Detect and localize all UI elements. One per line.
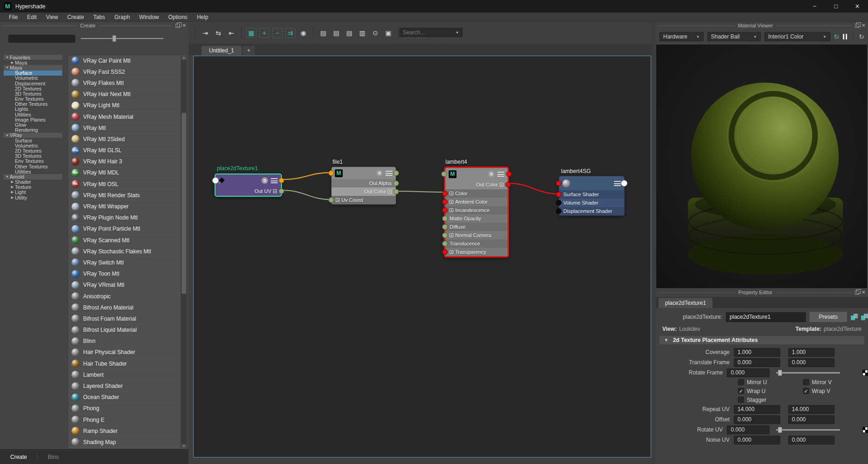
material-item-lambert[interactable]: Lambert (68, 369, 181, 380)
distribute-vertical-icon[interactable]: ▥ (357, 28, 367, 38)
node-row-transparency[interactable]: Transparency (445, 248, 508, 256)
green-port[interactable] (393, 180, 399, 186)
tree-item-maya[interactable]: ▶Maya (4, 60, 62, 65)
attr-field-1[interactable]: 14.000 (734, 405, 780, 414)
input-output-connections-icon[interactable]: ⇆ (213, 28, 223, 38)
open-attribute-editor-icon[interactable] (851, 314, 858, 321)
checkbox-box[interactable]: ✓ (803, 388, 809, 394)
node-row-matte-opacity[interactable]: Matte Opacity (445, 214, 508, 223)
tree-item-2d-textures[interactable]: 2D Textures (4, 148, 62, 153)
black-port[interactable] (556, 208, 561, 214)
add-graph-tab-button[interactable]: + (242, 46, 255, 55)
copy-tab-icon[interactable] (861, 314, 868, 321)
tree-item-shader[interactable]: ▶Shader (4, 180, 62, 185)
node-header[interactable] (559, 176, 624, 190)
search-filter-dropdown[interactable]: ▼ (452, 28, 463, 37)
material-item-bifrost-foam-material[interactable]: Bifrost Foam Material (68, 313, 181, 324)
material-item-vray-mtl-render-stats[interactable]: VRay Mtl Render Stats (68, 190, 181, 201)
green-port[interactable] (442, 216, 448, 221)
attr-field-2[interactable]: 0.000 (788, 358, 835, 367)
green-port[interactable] (328, 197, 334, 203)
node-row-translucence[interactable]: Translucence (445, 239, 508, 248)
collapse-arrow-icon[interactable]: ▼ (664, 338, 668, 342)
panel-gripper[interactable] (98, 25, 173, 27)
attr-field-1[interactable]: 0.000 (734, 358, 780, 367)
node-row-uv-coord[interactable]: Uv Coord (332, 196, 396, 204)
wire-outcolor-to-color[interactable] (396, 191, 444, 192)
checkbox-wrap-u[interactable]: ✓Wrap U (738, 388, 803, 394)
expand-plug-icon[interactable] (450, 250, 453, 254)
green-port[interactable] (442, 224, 448, 230)
material-item-phong[interactable]: Phong (68, 403, 181, 414)
render-update-icon[interactable]: ↻ (834, 33, 840, 40)
node-graph-canvas[interactable]: place2dTexture1 S Out UV file1 M S Out A… (193, 56, 651, 458)
node-lambert4sg[interactable]: Surface ShaderVolume ShaderDisplacement … (559, 176, 625, 216)
close-panel-icon[interactable]: × (183, 24, 186, 28)
material-item-layered-shader[interactable]: Layered Shader (68, 380, 181, 392)
node-label-lambert4sg[interactable]: lambert4SG (561, 168, 591, 174)
material-item-vray-mtl-glsl[interactable]: GLSLVRay Mtl GLSL (68, 145, 181, 156)
presets-button[interactable]: Presets (809, 312, 847, 322)
refresh-swatch-icon[interactable]: ↻ (859, 33, 864, 40)
float-panel-icon[interactable] (855, 290, 859, 295)
menu-options[interactable]: Options (164, 14, 191, 20)
wire-place2d-to-file1-orange[interactable] (282, 173, 331, 180)
checkbox-box[interactable] (738, 379, 744, 385)
node-header[interactable]: M S (445, 168, 508, 180)
attr-field-1[interactable]: 0.000 (727, 368, 770, 377)
attr-field-1[interactable]: 1.000 (734, 348, 780, 357)
menu-graph[interactable]: Graph (110, 14, 134, 20)
tree-item-maya[interactable]: ▼Maya (4, 65, 62, 70)
menu-edit[interactable]: Edit (23, 14, 41, 20)
tree-item-texture[interactable]: ▶Texture (4, 185, 62, 190)
tree-item-lights[interactable]: Lights (4, 107, 62, 112)
collapse-arrow-icon[interactable]: ▼ (5, 134, 10, 137)
tree-item-volumetric[interactable]: Volumetric (4, 143, 62, 148)
checkbox-box[interactable]: ✓ (738, 388, 744, 394)
red-port[interactable] (442, 207, 448, 213)
tree-item-env-textures[interactable]: Env Textures (4, 97, 62, 102)
green-port[interactable] (442, 232, 448, 238)
attr-slider[interactable] (776, 426, 840, 433)
graph-tab-untitled-1[interactable]: Untitled_1 (202, 46, 241, 55)
node-header[interactable]: M S (332, 167, 396, 179)
orange-port[interactable] (328, 170, 334, 176)
float-panel-icon[interactable] (855, 24, 859, 28)
menu-file[interactable]: File (5, 14, 22, 20)
green-port[interactable] (393, 189, 399, 194)
panel-gripper[interactable] (3, 25, 77, 27)
node-name-field[interactable]: place2dTexture1 (726, 312, 806, 322)
expand-arrow-icon[interactable]: ▶ (10, 61, 15, 64)
remove-selected-from-graph-icon[interactable]: − (272, 28, 282, 38)
tree-item-glow[interactable]: Glow (4, 122, 62, 127)
node-row-diffuse[interactable]: Diffuse (445, 223, 508, 231)
material-item-vray-mtl[interactable]: VRay Mtl (68, 122, 181, 134)
close-panel-icon[interactable]: × (862, 24, 865, 28)
material-item-shading-map[interactable]: Shading Map (68, 437, 181, 448)
menu-view[interactable]: View (42, 14, 62, 20)
red-port[interactable] (556, 192, 561, 197)
tree-item-2d-textures[interactable]: 2D Textures (4, 86, 62, 91)
output-connections-icon[interactable]: ⇤ (226, 28, 236, 38)
expand-plug-icon[interactable] (388, 190, 392, 193)
tab-place2dtexture1[interactable]: place2dTexture1 (659, 298, 712, 308)
material-item-vray-mesh-material[interactable]: VRay Mesh Material (68, 111, 181, 122)
material-item-vray-mtl-hair-3[interactable]: VRay Mtl Hair 3 (68, 156, 181, 168)
material-item-vray-mtl-osl[interactable]: OSLVRay Mtl OSL (68, 179, 181, 190)
node-label-file1[interactable]: file1 (333, 159, 343, 165)
material-item-phong-e[interactable]: Phong E (68, 414, 181, 425)
node-row-out-alpha[interactable]: Out Alpha (332, 179, 396, 187)
attr-slider[interactable] (776, 369, 840, 376)
node-place2dtexture1[interactable]: S Out UV (215, 174, 282, 197)
red-port[interactable] (442, 199, 448, 205)
material-viewer-viewport[interactable] (656, 45, 867, 288)
slider-handle[interactable] (778, 427, 782, 433)
maximize-button[interactable]: □ (825, 0, 847, 13)
expand-arrow-icon[interactable]: ▶ (10, 180, 15, 184)
pause-render-icon[interactable] (843, 34, 847, 39)
material-item-vray-hair-next-mtl[interactable]: VRay Hair Next Mtl (68, 89, 181, 100)
material-item-ocean-shader[interactable]: Ocean Shader (68, 392, 181, 403)
panel-gripper[interactable] (775, 291, 852, 294)
menu-create[interactable]: Create (63, 14, 88, 20)
node-row-out-uv[interactable]: Out UV (215, 187, 281, 196)
